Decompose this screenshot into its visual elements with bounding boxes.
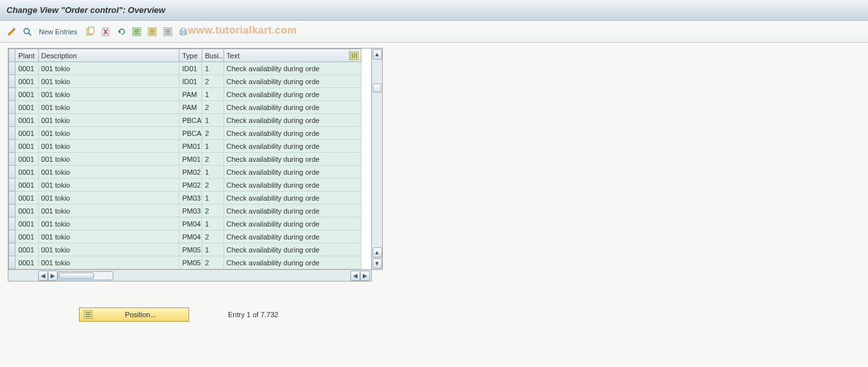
row-handle[interactable] (9, 230, 16, 243)
cell-plant[interactable]: 0001 (16, 75, 38, 88)
cell-busi[interactable]: 1 (202, 114, 223, 127)
table-row[interactable]: 0001001 tokioPM041Check availability dur… (9, 217, 361, 230)
row-handle[interactable] (9, 256, 16, 269)
cell-type[interactable]: ID01 (179, 75, 202, 88)
cell-text[interactable]: Check availability during orde (223, 166, 361, 179)
table-row[interactable]: 0001001 tokioPBCA2Check availability dur… (9, 127, 361, 140)
row-handle[interactable] (9, 101, 16, 114)
cell-description[interactable]: 001 tokio (38, 114, 179, 127)
table-row[interactable]: 0001001 tokioID012Check availability dur… (9, 75, 361, 88)
cell-description[interactable]: 001 tokio (38, 230, 179, 243)
scroll-up-button[interactable]: ▲ (372, 49, 382, 60)
row-handle[interactable] (9, 217, 16, 230)
cell-plant[interactable]: 0001 (16, 140, 38, 153)
cell-description[interactable]: 001 tokio (38, 166, 179, 179)
cell-plant[interactable]: 0001 (16, 166, 38, 179)
cell-type[interactable]: PAM (179, 101, 202, 114)
cell-text[interactable]: Check availability during orde (223, 75, 361, 88)
cell-busi[interactable]: 2 (202, 101, 223, 114)
table-row[interactable]: 0001001 tokioPM011Check availability dur… (9, 140, 361, 153)
cell-busi[interactable]: 2 (202, 256, 223, 269)
table-row[interactable]: 0001001 tokioPM042Check availability dur… (9, 230, 361, 243)
table-row[interactable]: 0001001 tokioPM012Check availability dur… (9, 153, 361, 166)
cell-busi[interactable]: 1 (202, 140, 223, 153)
cell-busi[interactable]: 2 (202, 179, 223, 192)
cell-description[interactable]: 001 tokio (38, 205, 179, 217)
cell-plant[interactable]: 0001 (16, 256, 38, 269)
cell-type[interactable]: PM04 (179, 230, 202, 243)
cell-text[interactable]: Check availability during orde (223, 153, 361, 166)
table-config-button[interactable] (350, 49, 361, 62)
scroll-left-end-button[interactable]: ◀ (350, 271, 360, 281)
column-description[interactable]: Description (38, 49, 179, 62)
cell-type[interactable]: PM02 (179, 166, 202, 179)
scroll-right-button[interactable]: ▶ (360, 271, 370, 281)
table-row[interactable]: 0001001 tokioPBCA1Check availability dur… (9, 114, 361, 127)
position-button[interactable]: Position... (79, 307, 189, 322)
row-handle[interactable] (9, 153, 16, 166)
cell-description[interactable]: 001 tokio (38, 192, 179, 205)
table-row[interactable]: 0001001 tokioID011Check availability dur… (9, 62, 361, 75)
table-row[interactable]: 0001001 tokioPM051Check availability dur… (9, 243, 361, 256)
cell-plant[interactable]: 0001 (16, 62, 38, 75)
cell-plant[interactable]: 0001 (16, 114, 38, 127)
cell-plant[interactable]: 0001 (16, 243, 38, 256)
row-handle[interactable] (9, 166, 16, 179)
cell-text[interactable]: Check availability during orde (223, 101, 361, 114)
cell-type[interactable]: PM05 (179, 243, 202, 256)
row-handle[interactable] (9, 243, 16, 256)
cell-type[interactable]: ID01 (179, 62, 202, 75)
cell-busi[interactable]: 1 (202, 62, 223, 75)
cell-busi[interactable]: 2 (202, 230, 223, 243)
cell-plant[interactable]: 0001 (16, 101, 38, 114)
deselect-all-icon[interactable] (161, 25, 174, 38)
cell-busi[interactable]: 1 (202, 243, 223, 256)
cell-text[interactable]: Check availability during orde (223, 88, 361, 101)
cell-type[interactable]: PBCA (179, 114, 202, 127)
cell-busi[interactable]: 1 (202, 88, 223, 101)
undo-icon[interactable] (115, 25, 128, 38)
cell-description[interactable]: 001 tokio (38, 243, 179, 256)
row-selector-header[interactable] (9, 49, 16, 62)
row-handle[interactable] (9, 88, 16, 101)
row-handle[interactable] (9, 127, 16, 140)
find-icon[interactable] (21, 25, 34, 38)
cell-plant[interactable]: 0001 (16, 205, 38, 217)
table-row[interactable]: 0001001 tokioPM032Check availability dur… (9, 205, 361, 217)
cell-description[interactable]: 001 tokio (38, 101, 179, 114)
cell-type[interactable]: PM03 (179, 192, 202, 205)
delete-icon[interactable] (99, 25, 112, 38)
cell-text[interactable]: Check availability during orde (223, 217, 361, 230)
horizontal-scrollbar[interactable]: ◀ ▶ ◀ ▶ (8, 270, 372, 282)
scroll-thumb[interactable] (372, 83, 382, 93)
row-handle[interactable] (9, 75, 16, 88)
cell-text[interactable]: Check availability during orde (223, 192, 361, 205)
table-row[interactable]: 0001001 tokioPM052Check availability dur… (9, 256, 361, 269)
scroll-right-step-button[interactable]: ▶ (48, 271, 58, 281)
scroll-down-button[interactable]: ▼ (372, 258, 382, 269)
row-handle[interactable] (9, 140, 16, 153)
cell-busi[interactable]: 1 (202, 217, 223, 230)
table-row[interactable]: 0001001 tokioPM021Check availability dur… (9, 166, 361, 179)
cell-text[interactable]: Check availability during orde (223, 256, 361, 269)
cell-description[interactable]: 001 tokio (38, 62, 179, 75)
cell-type[interactable]: PM01 (179, 140, 202, 153)
cell-description[interactable]: 001 tokio (38, 153, 179, 166)
column-plant[interactable]: Plant (16, 49, 38, 62)
cell-text[interactable]: Check availability during orde (223, 114, 361, 127)
cell-text[interactable]: Check availability during orde (223, 243, 361, 256)
cell-type[interactable]: PM01 (179, 153, 202, 166)
cell-description[interactable]: 001 tokio (38, 140, 179, 153)
column-busi[interactable]: Busi... (202, 49, 223, 62)
row-handle[interactable] (9, 192, 16, 205)
cell-description[interactable]: 001 tokio (38, 127, 179, 140)
scroll-left-button[interactable]: ◀ (38, 271, 48, 281)
cell-busi[interactable]: 1 (202, 192, 223, 205)
row-handle[interactable] (9, 205, 16, 217)
cell-type[interactable]: PM05 (179, 256, 202, 269)
cell-busi[interactable]: 2 (202, 205, 223, 217)
cell-plant[interactable]: 0001 (16, 230, 38, 243)
cell-type[interactable]: PBCA (179, 127, 202, 140)
select-block-icon[interactable] (146, 25, 159, 38)
new-entries-button[interactable]: New Entries (39, 28, 77, 36)
